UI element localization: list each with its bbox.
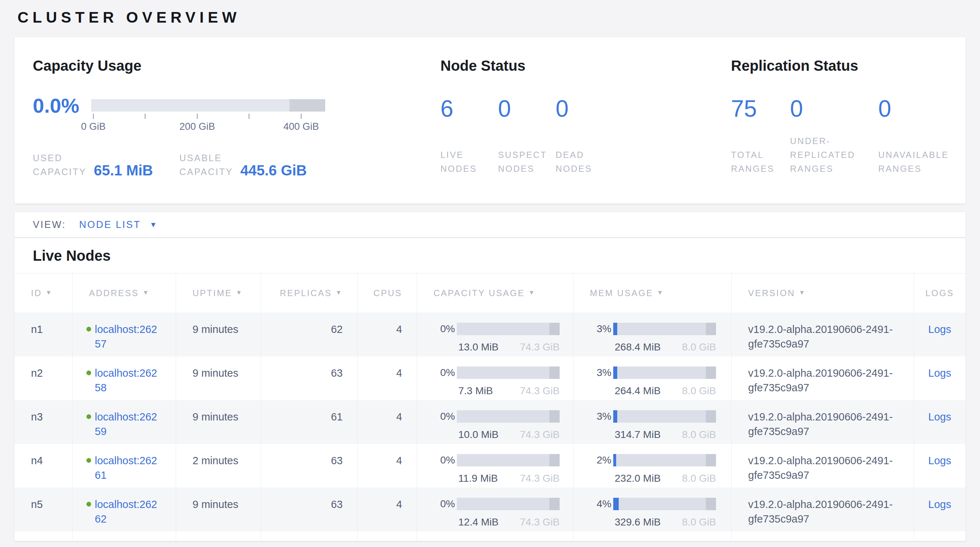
address-link[interactable]: localhost:26258 bbox=[95, 366, 160, 400]
used-capacity-value: 65.1 MiB bbox=[94, 163, 153, 178]
capacity-usage-bar-endcap bbox=[549, 498, 560, 510]
stat-live-nodes: 6LIVE NODES bbox=[441, 97, 498, 176]
table-row-n4: n4 localhost:26261 2 minutes 63 4 0% 11.… bbox=[14, 444, 966, 488]
memory-usage-percent: 3% bbox=[594, 410, 611, 444]
cell-memory-usage: 3% 264.4 MiB 8.0 GiB bbox=[573, 356, 731, 400]
memory-max-value: 8.0 GiB bbox=[682, 472, 716, 485]
stat-label: LIVE NODES bbox=[441, 148, 477, 176]
cell-version: v19.2.0-alpha.20190606-2491-gfe735c9a97 bbox=[731, 488, 914, 531]
column-header-label: ID bbox=[31, 288, 42, 298]
stat-label: DEAD NODES bbox=[555, 148, 592, 176]
capacity-max-value: 74.3 GiB bbox=[520, 428, 560, 442]
sort-arrow-icon: ▼ bbox=[46, 289, 53, 296]
column-header-logs: LOGS bbox=[914, 274, 966, 313]
memory-used-value: 264.4 MiB bbox=[613, 384, 660, 398]
memory-usage-bar-fill bbox=[613, 410, 617, 423]
memory-usage-percent: 3% bbox=[594, 323, 611, 356]
sort-arrow-icon: ▼ bbox=[529, 289, 536, 296]
cell-capacity-usage: 0% 7.3 MiB 74.3 GiB bbox=[417, 356, 573, 400]
view-label: VIEW: bbox=[33, 219, 66, 231]
view-selector-dropdown[interactable]: NODE LIST ▼ bbox=[79, 219, 158, 231]
cell-version: v19.2.0-alpha.20190606-2491-gfe735c9a97 bbox=[731, 313, 914, 356]
capacity-axis-labels: 0 GiB 200 GiB 400 GiB bbox=[91, 121, 325, 134]
capacity-usage-heading: Capacity Usage bbox=[33, 57, 422, 74]
replication-status-stats: 75TOTAL RANGES0UNDER- REPLICATED RANGES0… bbox=[731, 97, 966, 176]
cell-node-id: n2 bbox=[14, 356, 72, 400]
capacity-usage-bar-endcap bbox=[549, 410, 560, 423]
stat-value: 6 bbox=[441, 97, 498, 120]
cell-replicas: 61 bbox=[261, 400, 357, 444]
column-header-replicas[interactable]: REPLICAS▼ bbox=[261, 274, 357, 313]
memory-max-value: 8.0 GiB bbox=[682, 340, 716, 354]
cell-node-id: n5 bbox=[14, 488, 72, 531]
cell-capacity-usage: 0% 10.0 MiB 74.3 GiB bbox=[417, 400, 573, 444]
view-selected-value: NODE LIST bbox=[79, 219, 141, 231]
cell-logs: Logs bbox=[914, 488, 966, 531]
usable-capacity-value: 445.6 GiB bbox=[240, 163, 307, 178]
version-text: v19.2.0-alpha.20190606-2491-gfe735c9a97 bbox=[748, 453, 910, 482]
cell-uptime: 2 minutes bbox=[176, 444, 261, 488]
view-bar: VIEW: NODE LIST ▼ bbox=[14, 212, 966, 237]
memory-usage-percent: 3% bbox=[594, 366, 611, 400]
capacity-max-value: 74.3 GiB bbox=[520, 515, 560, 529]
address-link[interactable]: localhost:26262 bbox=[95, 497, 160, 531]
logs-link[interactable]: Logs bbox=[928, 411, 951, 423]
sort-arrow-icon: ▼ bbox=[799, 289, 806, 296]
memory-usage-bar bbox=[613, 323, 716, 335]
cell-memory-usage: 2% 232.0 MiB 8.0 GiB bbox=[573, 444, 731, 488]
address-link[interactable]: localhost:26257 bbox=[95, 322, 160, 356]
used-capacity-label: USED CAPACITY bbox=[33, 151, 86, 179]
capacity-bar-reserved-segment bbox=[290, 99, 325, 111]
address-link[interactable]: localhost:26259 bbox=[95, 410, 160, 444]
column-header-address[interactable]: ADDRESS▼ bbox=[72, 274, 176, 313]
cell-logs: Logs bbox=[914, 400, 966, 444]
node-status-panel: Node Status 6LIVE NODES0SUSPECT NODES0DE… bbox=[422, 37, 713, 204]
cell-cpus: 4 bbox=[357, 444, 417, 488]
column-header-label: CAPACITY USAGE bbox=[433, 288, 525, 298]
usable-capacity-label: USABLE CAPACITY bbox=[180, 151, 233, 179]
cell-uptime: 9 minutes bbox=[176, 313, 261, 356]
column-header-mem-usage[interactable]: MEM USAGE▼ bbox=[573, 274, 731, 313]
replication-status-panel: Replication Status 75TOTAL RANGES0UNDER-… bbox=[713, 37, 966, 204]
logs-link[interactable]: Logs bbox=[928, 367, 951, 379]
cell-logs: Logs bbox=[914, 356, 966, 400]
capacity-max-value: 74.3 GiB bbox=[520, 340, 560, 354]
version-text: v19.2.0-alpha.20190606-2491-gfe735c9a97 bbox=[748, 322, 910, 351]
sort-arrow-icon: ▼ bbox=[336, 289, 343, 296]
capacity-usage-percent: 0% bbox=[438, 498, 455, 531]
memory-usage-bar-endcap bbox=[706, 454, 716, 466]
column-header-label: LOGS bbox=[925, 288, 954, 298]
column-header-id[interactable]: ID▼ bbox=[14, 274, 72, 313]
logs-link[interactable]: Logs bbox=[928, 455, 951, 466]
cell-logs: Logs bbox=[914, 444, 966, 488]
capacity-summary-values: USED CAPACITY 65.1 MiB USABLE CAPACITY 4… bbox=[33, 151, 422, 179]
node-live-status-dot bbox=[86, 414, 91, 419]
memory-usage-bar-fill bbox=[613, 366, 617, 379]
column-header-version[interactable]: VERSION▼ bbox=[731, 274, 914, 313]
capacity-usage-percent: 0% bbox=[438, 410, 455, 444]
cell-node-id: n1 bbox=[14, 313, 72, 356]
cell-address: localhost:26261 bbox=[72, 444, 176, 488]
capacity-gauge: 0.0% 0 GiB 200 GiB 400 GiB bbox=[33, 95, 422, 131]
memory-usage-percent: 4% bbox=[594, 498, 611, 531]
capacity-usage-bar bbox=[457, 366, 560, 379]
column-header-uptime[interactable]: UPTIME▼ bbox=[176, 274, 261, 313]
axis-label-0: 0 GiB bbox=[81, 121, 106, 132]
stat-dead-nodes: 0DEAD NODES bbox=[555, 97, 613, 176]
memory-used-value: 329.6 MiB bbox=[613, 515, 660, 529]
memory-usage-bar-fill bbox=[613, 454, 616, 466]
capacity-used-value: 10.0 MiB bbox=[457, 428, 499, 442]
capacity-used-value: 13.0 MiB bbox=[457, 340, 499, 354]
address-link[interactable]: localhost:26261 bbox=[95, 453, 160, 488]
table-row-n5: n5 localhost:26262 9 minutes 63 4 0% 12.… bbox=[14, 488, 966, 531]
sort-arrow-icon: ▼ bbox=[236, 289, 243, 296]
logs-link[interactable]: Logs bbox=[928, 323, 951, 335]
logs-link[interactable]: Logs bbox=[928, 498, 951, 510]
node-live-status-dot bbox=[86, 327, 91, 331]
memory-usage-bar-endcap bbox=[706, 323, 716, 335]
live-nodes-title: Live Nodes bbox=[33, 247, 966, 264]
column-header-capacity-usage[interactable]: CAPACITY USAGE▼ bbox=[417, 274, 573, 313]
capacity-axis-ticks bbox=[91, 111, 325, 121]
axis-label-400: 400 GiB bbox=[283, 121, 319, 132]
cell-capacity-usage: 0% 11.9 MiB 74.3 GiB bbox=[417, 444, 573, 488]
